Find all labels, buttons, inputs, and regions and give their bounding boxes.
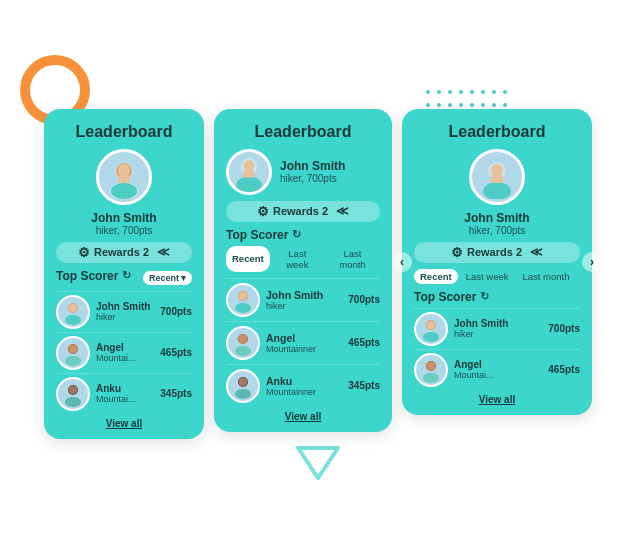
- svg-point-17: [236, 176, 261, 192]
- c2-lb-name-2: Angel: [266, 332, 342, 344]
- c3-lb-name-2: Angel: [454, 359, 542, 370]
- card3-prev-button[interactable]: ‹: [392, 252, 412, 272]
- svg-point-5: [118, 164, 130, 176]
- c3-lb-pts-1: 700pts: [548, 323, 580, 334]
- c2-lb-cat-1: hiker: [266, 301, 342, 311]
- table-row: Angel Mountainner 465pts: [226, 321, 380, 364]
- card3-tab-lastweek[interactable]: Last week: [460, 269, 515, 284]
- card1-share-icon[interactable]: ≪: [157, 245, 170, 259]
- svg-point-27: [235, 389, 251, 399]
- card3-user-name: John Smith: [414, 211, 580, 225]
- c2-lb-mid-2: Angel Mountainner: [266, 332, 342, 354]
- lb-info-3: Anku Mountai...: [96, 383, 154, 404]
- table-row: Angel Mountai... 465pts: [414, 349, 580, 390]
- svg-rect-32: [491, 175, 503, 183]
- card1-top-scorer: Top Scorer ↻: [56, 269, 131, 283]
- card2-user-row: John Smith hiker, 700pts: [226, 149, 380, 195]
- lb-avatar-1: [56, 295, 90, 329]
- table-row: Angel Mountai... 465pts: [56, 332, 192, 373]
- card2-title: Leaderboard: [226, 123, 380, 141]
- lb-name-1: John Smith: [96, 301, 154, 312]
- card1-user-name: John Smith: [56, 211, 192, 225]
- card3-rewards-row: ⚙ Rewards 2 ≪: [414, 242, 580, 263]
- card1-title: Leaderboard: [56, 123, 192, 141]
- c2-lb-avatar-2: [226, 326, 260, 360]
- card2-tab-recent[interactable]: Recent: [226, 246, 270, 272]
- card3-refresh-icon[interactable]: ↻: [480, 290, 489, 303]
- c3-lb-avatar-2: [414, 353, 448, 387]
- c2-lb-mid-3: Anku Mountainner: [266, 375, 342, 397]
- c2-lb-cat-3: Mountainner: [266, 387, 342, 397]
- table-row: John Smith hiker 700pts: [226, 278, 380, 321]
- card1-view-all[interactable]: View all: [56, 418, 192, 429]
- card3-view-all[interactable]: View all: [414, 394, 580, 405]
- card2-view-all[interactable]: View all: [226, 411, 380, 422]
- card2-tab-lastweek[interactable]: Last week: [272, 246, 323, 272]
- card3-share-icon[interactable]: ≪: [530, 245, 543, 259]
- lb-pts-2: 465pts: [160, 347, 192, 358]
- card1-avatar: [96, 149, 152, 205]
- c3-lb-cat-1: hiker: [454, 329, 542, 339]
- svg-point-28: [239, 378, 247, 386]
- svg-point-15: [69, 386, 77, 394]
- card2-rewards-label: Rewards 2: [273, 205, 328, 217]
- card3-top-scorer: Top Scorer ↻: [414, 290, 580, 304]
- card1-rewards-label: Rewards 2: [94, 246, 149, 258]
- table-row: John Smith hiker 700pts: [56, 291, 192, 332]
- c3-lb-pts-2: 465pts: [548, 364, 580, 375]
- card1-refresh-icon[interactable]: ↻: [122, 269, 131, 282]
- svg-point-22: [239, 292, 247, 300]
- card2-share-icon[interactable]: ≪: [336, 204, 349, 218]
- c2-lb-pts-1: 700pts: [348, 294, 380, 305]
- card2-rewards-row: ⚙ Rewards 2 ≪: [226, 201, 380, 222]
- card2-refresh-icon[interactable]: ↻: [292, 228, 301, 241]
- lb-name-2: Angel: [96, 342, 154, 353]
- card1-filter-label: Recent: [149, 273, 179, 283]
- card3-next-button[interactable]: ›: [582, 252, 602, 272]
- card1-top-scorer-label: Top Scorer: [56, 269, 118, 283]
- card1-gear-icon: ⚙: [78, 245, 90, 260]
- card3-avatar: [469, 149, 525, 205]
- table-row: Anku Mountainner 345pts: [226, 364, 380, 407]
- svg-point-30: [483, 182, 511, 199]
- svg-point-37: [423, 373, 439, 383]
- card1-filter-row: Top Scorer ↻ Recent ▾: [56, 269, 192, 287]
- c3-lb-name-1: John Smith: [454, 318, 542, 329]
- card3-tab-lastmonth[interactable]: Last month: [516, 269, 575, 284]
- lb-pts-3: 345pts: [160, 388, 192, 399]
- c3-lb-cat-2: Mountai...: [454, 370, 542, 380]
- card3-tab-recent[interactable]: Recent: [414, 269, 458, 284]
- card3-user-sub: hiker, 700pts: [414, 225, 580, 236]
- lb-info-1: John Smith hiker: [96, 301, 154, 322]
- lb-name-3: Anku: [96, 383, 154, 394]
- card2-tabs: Recent Last week Last month: [226, 246, 380, 272]
- lb-pts-1: 700pts: [160, 306, 192, 317]
- svg-rect-6: [118, 175, 130, 183]
- lb-cat-2: Mountai...: [96, 353, 154, 363]
- card1-avatar-wrap: [56, 149, 192, 205]
- c2-lb-avatar-3: [226, 369, 260, 403]
- c2-lb-name-1: John Smith: [266, 289, 342, 301]
- svg-point-24: [235, 346, 251, 356]
- card3-avatar-wrap: [414, 149, 580, 205]
- card2-tab-lastmonth[interactable]: Last month: [325, 246, 380, 272]
- card2-top-scorer-label: Top Scorer: [226, 228, 288, 242]
- svg-point-34: [423, 332, 439, 342]
- lb-avatar-3: [56, 377, 90, 411]
- card-3: ‹ › Leaderboard John Smith hiker, 700pts…: [402, 109, 592, 415]
- card1-rewards-row: ⚙ Rewards 2 ≪: [56, 242, 192, 263]
- card1-user-sub: hiker, 700pts: [56, 225, 192, 236]
- c2-lb-pts-3: 345pts: [348, 380, 380, 391]
- svg-point-21: [235, 303, 251, 313]
- table-row: Anku Mountai... 345pts: [56, 373, 192, 414]
- svg-point-4: [111, 183, 137, 199]
- svg-point-38: [427, 362, 435, 370]
- card1-filter-dropdown[interactable]: Recent ▾: [143, 271, 192, 285]
- card2-top-scorer: Top Scorer ↻: [226, 228, 380, 242]
- svg-point-35: [427, 321, 435, 329]
- card2-gear-icon: ⚙: [257, 204, 269, 219]
- svg-point-31: [491, 164, 503, 176]
- svg-point-12: [69, 345, 77, 353]
- svg-point-11: [65, 356, 81, 366]
- c2-lb-mid-1: John Smith hiker: [266, 289, 342, 311]
